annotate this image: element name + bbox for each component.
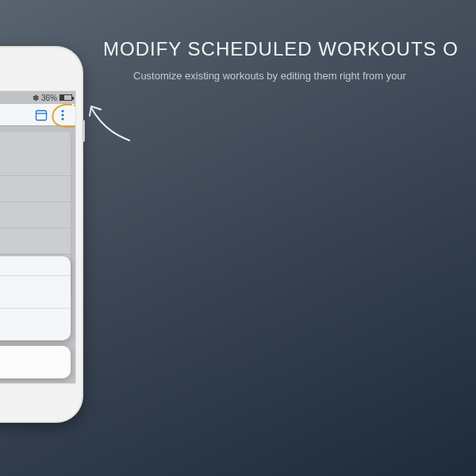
battery-percent: 36%: [41, 94, 57, 102]
edit-workout-button[interactable]: rkout: [0, 308, 71, 340]
more-icon[interactable]: [56, 109, 69, 121]
list-item[interactable]: fts: [0, 175, 71, 202]
svg-point-4: [61, 117, 63, 120]
battery-icon: [60, 94, 72, 101]
list-item[interactable]: t Over Row: [0, 228, 71, 254]
hero-subtitle: Customize existing workouts by editing t…: [133, 70, 476, 82]
workout-description: n as you hit the ee sets!: [0, 132, 71, 163]
phone-screen: ✽ 36% n as you hit the ee sets!: [0, 90, 76, 384]
arrow-doodle: [82, 97, 137, 152]
list-item[interactable]: al - V-Up: [0, 202, 71, 228]
hero-title: MODIFY SCHEDULED WORKOUTS O: [103, 38, 476, 60]
action-sheet: her day rkout l: [0, 256, 71, 378]
rounds-label: out of 3 rounds: [0, 163, 71, 175]
svg-rect-0: [36, 110, 47, 120]
calendar-icon[interactable]: [35, 109, 48, 121]
phone-frame: ✽ 36% n as you hit the ee sets!: [0, 46, 83, 423]
svg-point-3: [61, 113, 63, 116]
nav-bar: [0, 104, 75, 126]
svg-point-2: [61, 109, 63, 112]
bluetooth-icon: ✽: [33, 94, 39, 102]
move-day-button[interactable]: her day: [0, 275, 71, 308]
status-bar: ✽ 36%: [0, 91, 75, 104]
cancel-button[interactable]: l: [0, 346, 71, 378]
sheet-header: [0, 256, 71, 275]
